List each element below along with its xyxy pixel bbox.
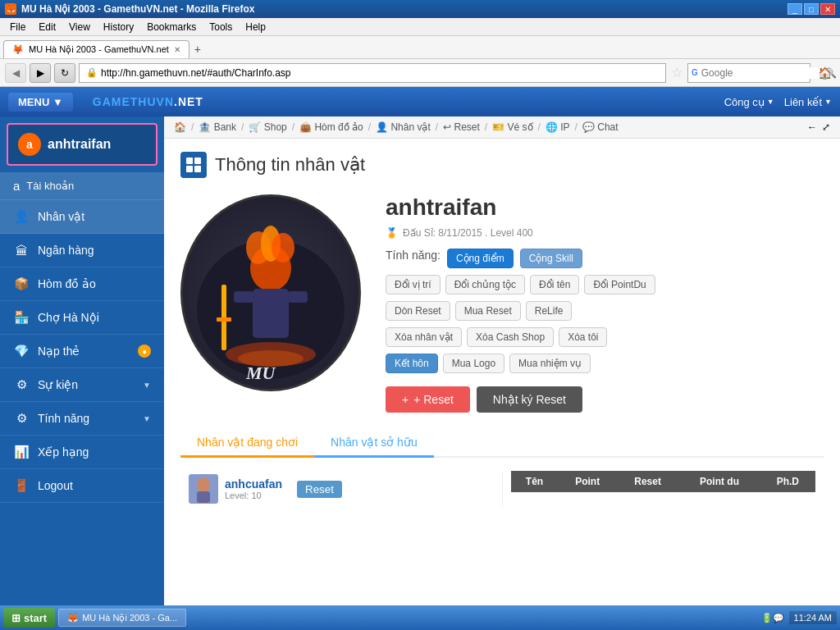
breadcrumb-home[interactable]: 🏠: [174, 121, 186, 133]
minimize-button[interactable]: _: [788, 3, 802, 15]
char-meta-icon: 🏅: [386, 227, 398, 239]
breadcrumb-nhanvat[interactable]: 👤 Nhân vật: [376, 121, 431, 133]
sidebar-item-napthe[interactable]: 💎 Nạp thẻ ●: [0, 335, 164, 368]
breadcrumb-ip[interactable]: 🌐 IP: [546, 121, 570, 133]
start-button[interactable]: ⊞ start: [3, 608, 55, 628]
svg-point-14: [197, 477, 210, 492]
windows-logo-icon: [186, 158, 201, 172]
menu-view[interactable]: View: [62, 20, 97, 34]
doiten-button[interactable]: Đổi tên: [530, 275, 579, 294]
napthe-label: Nạp thẻ: [38, 345, 80, 358]
active-tab[interactable]: 🦊 MU Hà Nội 2003 - GamethuVN.net ✕: [3, 40, 189, 58]
sidebar-item-chohanoi[interactable]: 🏪 Chợ Hà Nội: [0, 301, 164, 335]
menubar: File Edit View History Bookmarks Tools H…: [0, 18, 840, 36]
nganhang-icon: 🏛: [13, 242, 30, 258]
sidebar-item-xephang[interactable]: 📊 Xếp hạng: [0, 436, 164, 469]
firefox-icon: 🦊: [5, 3, 16, 15]
breadcrumb-homdoao[interactable]: 👜 Hòm đồ ảo: [299, 121, 363, 133]
breadcrumb-shop[interactable]: 🛒 Shop: [249, 121, 286, 133]
breadcrumb-reset[interactable]: ↩ Reset: [443, 121, 480, 133]
muanhiemvu-button[interactable]: Mua nhiệm vụ: [509, 354, 591, 373]
xoanhanvat-button[interactable]: Xóa nhân vật: [386, 327, 462, 347]
breadcrumb-veso[interactable]: 🎫 Vé số: [492, 121, 532, 133]
site-logo: GAMETHUVN.NET: [93, 95, 203, 108]
svg-rect-5: [253, 289, 289, 338]
bottom-section: anhcuafan Level: 10 Reset Tên: [180, 471, 824, 507]
sidebar-item-logout[interactable]: 🚪 Logout: [0, 469, 164, 503]
google-search-input[interactable]: [701, 67, 824, 79]
logout-label: Logout: [38, 479, 73, 492]
menu-file[interactable]: File: [3, 20, 32, 34]
chohanoi-label: Chợ Hà Nội: [38, 311, 99, 324]
sidebar-item-account[interactable]: a Tài khoản: [0, 172, 164, 200]
reset-button[interactable]: + + Reset: [386, 386, 470, 413]
relife-button[interactable]: ReLife: [526, 301, 573, 321]
breadcrumb-expand[interactable]: ⤢: [822, 121, 830, 133]
sidebar-user-icon: a: [18, 133, 41, 156]
breadcrumb-chat[interactable]: 💬 Chat: [582, 121, 619, 133]
feature-buttons-row2: Dòn Reset Mua Reset ReLife: [386, 301, 824, 321]
sidebar-item-sukien[interactable]: ⚙ Sự kiện ▼: [0, 368, 164, 402]
tab-nhanvat-dangchoi[interactable]: Nhân vật đang chơi: [180, 429, 314, 458]
char-reset-button[interactable]: Reset: [297, 481, 342, 498]
restore-button[interactable]: □: [804, 3, 819, 15]
nganhang-label: Ngân hàng: [38, 244, 94, 257]
section-divider: Nhân vật đang chơi Nhân vật sở hữu: [180, 429, 824, 458]
url-text: http://hn.gamethuvn.net/#auth/CharInfo.a…: [101, 67, 291, 79]
congcu-nav-item[interactable]: Công cụ: [724, 96, 774, 108]
sidebar-item-tinhnang[interactable]: ⚙ Tính năng ▼: [0, 402, 164, 436]
google-logo: G: [692, 68, 698, 77]
windows-start-icon: ⊞: [11, 612, 21, 624]
chohanoi-icon: 🏪: [13, 309, 30, 326]
nhatky-button[interactable]: Nhật ký Reset: [477, 386, 582, 413]
close-button[interactable]: ✕: [820, 3, 835, 15]
lienket-nav-item[interactable]: Liên kết: [784, 96, 832, 108]
menu-bookmarks[interactable]: Bookmarks: [140, 20, 203, 34]
feature-buttons-row3: Xóa nhân vật Xóa Cash Shop Xóa tôi: [386, 327, 824, 347]
mualogo-button[interactable]: Mua Logo: [443, 354, 504, 373]
doichungtoc-button[interactable]: Đổi chủng tộc: [445, 275, 525, 294]
donreset-button[interactable]: Dòn Reset: [386, 301, 450, 321]
breadcrumb-arrow-left[interactable]: ←: [807, 121, 817, 133]
owned-chars-table: Tên Point Reset Point du Ph.D: [511, 471, 816, 492]
xoacashshop-button[interactable]: Xóa Cash Shop: [467, 327, 554, 347]
tinhnang-label: Tính năng: [38, 412, 89, 425]
sidebar-item-homdoao[interactable]: 📦 Hòm đồ ảo: [0, 267, 164, 301]
kethon-button[interactable]: Kết hôn: [386, 354, 438, 373]
nhanvat-icon: 👤: [13, 208, 30, 225]
new-tab-button[interactable]: +: [189, 40, 206, 58]
url-bar[interactable]: 🔒 http://hn.gamethuvn.net/#auth/CharInfo…: [79, 63, 666, 83]
site-topnav: MENU ▼ GAMETHUVN.NET Công cụ Liên kết: [0, 87, 840, 116]
back-button[interactable]: ◀: [5, 63, 26, 83]
addressbar: ◀ ▶ ↻ 🔒 http://hn.gamethuvn.net/#auth/Ch…: [0, 59, 840, 87]
congdiem-button[interactable]: Cộng điểm: [447, 249, 514, 268]
forward-button[interactable]: ▶: [30, 63, 51, 83]
bottom-left: anhcuafan Level: 10 Reset: [180, 471, 502, 507]
feature-label: Tính năng:: [386, 249, 441, 262]
breadcrumb-bank[interactable]: 🏦 Bank: [199, 121, 236, 133]
menu-tools[interactable]: Tools: [203, 20, 239, 34]
napthe-badge: ●: [138, 345, 151, 358]
sidebar: a anhtraifan a Tài khoản 👤 Nhân vật 🏛 Ng…: [0, 116, 164, 605]
tab-nhanvat-sohua[interactable]: Nhân vật sở hữu: [314, 429, 434, 458]
refresh-button[interactable]: ↻: [54, 63, 75, 83]
menu-edit[interactable]: Edit: [32, 20, 62, 34]
xoatoi-button[interactable]: Xóa tôi: [559, 327, 607, 347]
home-button[interactable]: 🏠: [814, 63, 835, 83]
google-search-box[interactable]: G 🔍: [687, 63, 810, 83]
sukien-label: Sự kiện: [38, 378, 78, 391]
congskill-button[interactable]: Cộng Skill: [520, 249, 582, 268]
menu-help[interactable]: Help: [239, 20, 272, 34]
bookmark-star-icon[interactable]: ☆: [671, 65, 682, 80]
sidebar-item-nhanvat[interactable]: 👤 Nhân vật: [0, 200, 164, 234]
window-controls: _ □ ✕: [788, 3, 835, 15]
muareset-button[interactable]: Mua Reset: [455, 301, 521, 321]
doivitr-button[interactable]: Đổi vị trí: [386, 275, 441, 294]
doipointdu-button[interactable]: Đổi PointDu: [584, 275, 655, 294]
sidebar-item-nganhang[interactable]: 🏛 Ngân hàng: [0, 234, 164, 267]
menu-toggle-button[interactable]: MENU ▼: [8, 93, 73, 112]
char-playing-info: anhcuafan Level: 10: [225, 477, 282, 500]
menu-history[interactable]: History: [97, 20, 140, 34]
tab-close-button[interactable]: ✕: [174, 45, 180, 54]
taskbar-firefox-item[interactable]: 🦊 MU Hà Nội 2003 - Ga...: [58, 609, 186, 627]
